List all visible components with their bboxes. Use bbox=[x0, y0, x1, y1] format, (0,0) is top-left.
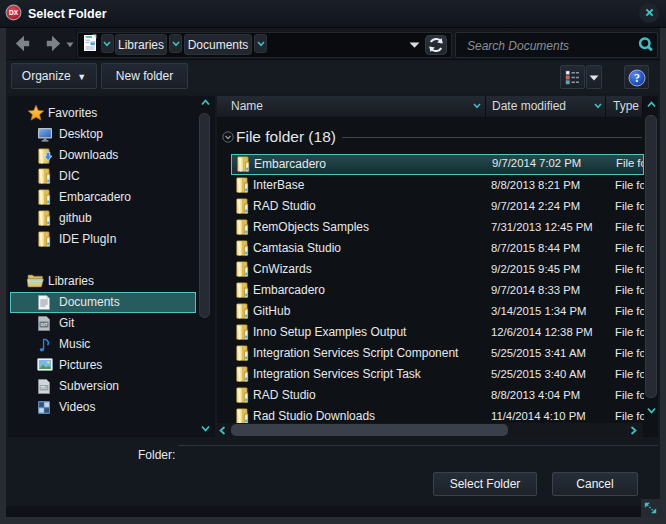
svg-text:DX: DX bbox=[9, 9, 19, 16]
svg-text:?: ? bbox=[634, 72, 640, 84]
svg-text:GIT: GIT bbox=[41, 322, 48, 327]
